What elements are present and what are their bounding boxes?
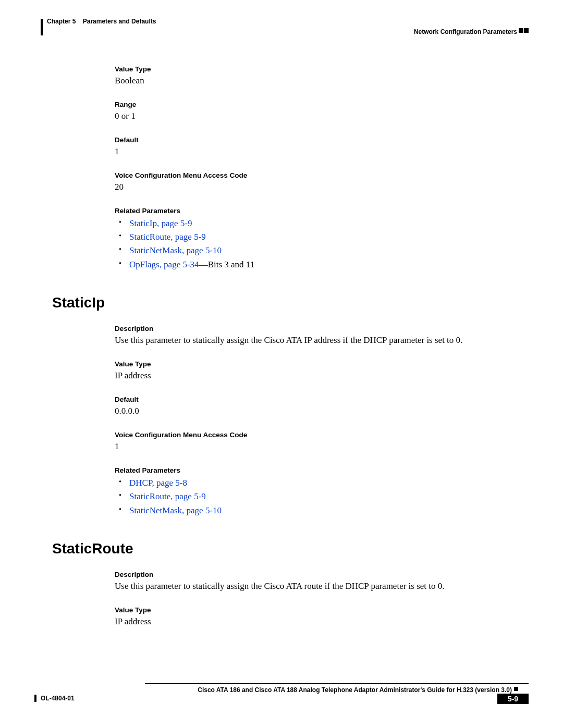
param-block-dhcp-tail: Value Type Boolean Range 0 or 1 Default …	[115, 65, 527, 272]
label-default: Default	[115, 396, 527, 403]
vcmac-text: 20	[115, 181, 527, 193]
label-related: Related Parameters	[115, 207, 527, 215]
footer-bar-icon	[34, 695, 36, 702]
related-list: DHCP, page 5-8 StaticRoute, page 5-9 Sta…	[115, 476, 527, 517]
label-description: Description	[115, 571, 527, 578]
list-item: DHCP, page 5-8	[126, 476, 527, 490]
value-type-text: IP address	[115, 370, 527, 382]
param-block-staticip: Description Use this parameter to static…	[115, 325, 527, 517]
list-item: StaticNetMask, page 5-10	[126, 244, 527, 257]
default-text: 1	[115, 146, 527, 158]
param-block-staticroute: Description Use this parameter to static…	[115, 571, 527, 628]
value-type-text: IP address	[115, 616, 527, 628]
xref-link[interactable]: StaticNetMask, page 5-10	[129, 505, 222, 515]
list-item: StaticIp, page 5-9	[126, 217, 527, 230]
header-section: Network Configuration Parameters	[414, 28, 517, 35]
xref-link[interactable]: StaticRoute, page 5-9	[129, 491, 206, 501]
vcmac-text: 1	[115, 441, 527, 453]
value-type-text: Boolean	[115, 75, 527, 87]
default-text: 0.0.0.0	[115, 405, 527, 417]
page-header: Chapter 5 Parameters and Defaults Networ…	[41, 17, 529, 35]
label-value-type: Value Type	[115, 65, 527, 73]
xref-suffix: —Bits 3 and 11	[199, 260, 255, 269]
page: Chapter 5 Parameters and Defaults Networ…	[0, 0, 563, 728]
footer-book-title: Cisco ATA 186 and Cisco ATA 188 Analog T…	[198, 686, 512, 694]
list-item: StaticNetMask, page 5-10	[126, 504, 527, 517]
xref-link[interactable]: StaticIp, page 5-9	[129, 218, 192, 228]
footer-rule-icon	[145, 683, 529, 684]
page-content: Value Type Boolean Range 0 or 1 Default …	[52, 65, 527, 628]
footer-doc-id: OL-4804-01	[41, 695, 75, 702]
xref-link[interactable]: StaticRoute, page 5-9	[129, 232, 206, 242]
square-icon	[524, 28, 529, 33]
page-number: 5-9	[497, 694, 529, 704]
xref-link[interactable]: DHCP, page 5-8	[129, 478, 187, 488]
list-item: StaticRoute, page 5-9	[126, 230, 527, 244]
label-range: Range	[115, 101, 527, 108]
chapter-title: Parameters and Defaults	[83, 18, 156, 25]
square-icon	[519, 28, 523, 33]
label-value-type: Value Type	[115, 606, 527, 614]
range-text: 0 or 1	[115, 110, 527, 122]
heading-staticroute: StaticRoute	[52, 540, 527, 557]
label-vcmac: Voice Configuration Menu Access Code	[115, 171, 527, 179]
label-default: Default	[115, 136, 527, 144]
label-value-type: Value Type	[115, 360, 527, 368]
square-icon	[514, 687, 518, 691]
label-related: Related Parameters	[115, 466, 527, 474]
label-vcmac: Voice Configuration Menu Access Code	[115, 431, 527, 439]
chapter-label: Chapter 5	[47, 18, 76, 25]
list-item: StaticRoute, page 5-9	[126, 490, 527, 503]
xref-link[interactable]: OpFlags, page 5-34	[129, 260, 199, 269]
related-list: StaticIp, page 5-9 StaticRoute, page 5-9…	[115, 217, 527, 272]
heading-staticip: StaticIp	[52, 294, 527, 311]
description-text: Use this parameter to statically assign …	[115, 581, 527, 593]
header-chapter: Chapter 5 Parameters and Defaults	[47, 18, 156, 25]
label-description: Description	[115, 325, 527, 332]
header-rule-icon	[41, 19, 43, 35]
description-text: Use this parameter to statically assign …	[115, 335, 527, 347]
list-item: OpFlags, page 5-34—Bits 3 and 11	[126, 258, 527, 272]
page-footer: Cisco ATA 186 and Cisco ATA 188 Analog T…	[34, 682, 529, 713]
xref-link[interactable]: StaticNetMask, page 5-10	[129, 245, 222, 255]
